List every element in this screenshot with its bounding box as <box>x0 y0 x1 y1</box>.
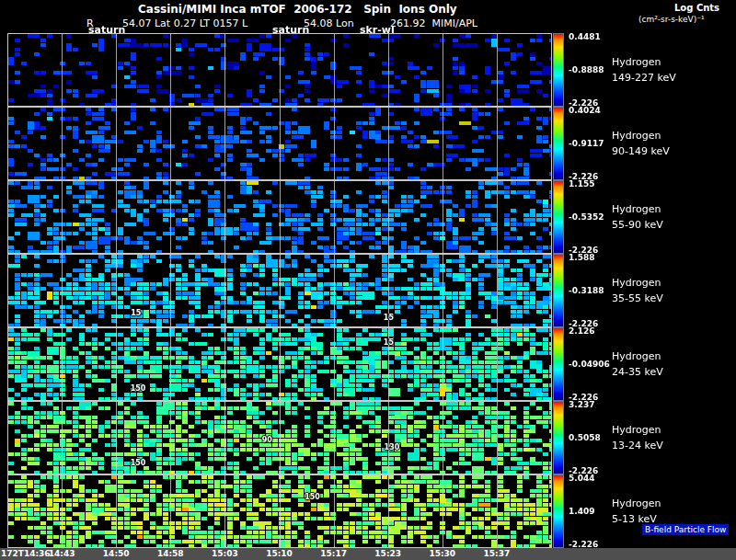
time-gridline <box>280 255 281 326</box>
time-gridline <box>116 108 117 179</box>
colorbar <box>553 474 564 548</box>
colorbar-tick-mid: -0.3188 <box>569 286 604 295</box>
spectrogram-plot-area <box>7 180 552 254</box>
time-gridline <box>388 475 389 547</box>
time-gridline <box>497 475 498 547</box>
colorbar-tick-mid: -0.04906 <box>569 360 610 369</box>
channel-species-label: Hydrogen <box>612 497 661 512</box>
contour-label: 15 <box>131 309 141 317</box>
spectrogram-panel-13-24keV: 3.2370.5058-2.226Hydrogen13-24 keV <box>7 401 729 474</box>
time-gridline <box>170 475 171 547</box>
time-gridline <box>334 34 335 106</box>
time-gridline <box>224 108 225 179</box>
colorbar <box>553 180 564 254</box>
colorbar-tick-max: 0.4481 <box>569 32 601 41</box>
channel-species-label: Hydrogen <box>612 55 676 71</box>
time-gridline <box>62 475 63 547</box>
time-axis: 172T14:3614:4314:5014:5815:0315:1015:171… <box>0 548 736 560</box>
colorbar <box>553 33 564 107</box>
time-gridline <box>224 402 225 474</box>
time-tick-label: 15:30 <box>429 549 455 558</box>
spectrogram-plot-area <box>7 474 552 548</box>
spectrogram-plot-area <box>7 33 552 107</box>
time-tick-label: 15:37 <box>484 549 511 558</box>
time-gridline <box>443 475 443 547</box>
time-gridline <box>280 34 281 106</box>
time-tick-label: 15:17 <box>320 549 347 558</box>
colorbar-tick-max: 3.237 <box>569 400 594 409</box>
time-gridline <box>116 402 117 474</box>
time-gridline <box>334 255 335 326</box>
spectrogram-plot-area <box>7 327 552 401</box>
time-gridline <box>116 34 117 106</box>
time-gridline <box>497 34 498 106</box>
colorbar <box>553 107 564 180</box>
time-gridline <box>116 328 117 400</box>
colorbar-tick-mid: -0.8888 <box>569 65 604 74</box>
time-gridline <box>388 181 389 253</box>
time-gridline <box>224 255 225 326</box>
channel-energy-label: 24-35 keV <box>612 364 663 380</box>
time-gridline <box>116 475 117 547</box>
contour-label: 150 <box>131 383 146 392</box>
time-gridline <box>116 255 117 326</box>
channel-energy-label: 35-55 keV <box>612 291 663 306</box>
spectrogram-plot-area <box>7 401 552 474</box>
time-gridline <box>224 328 225 400</box>
colorbar <box>553 327 564 401</box>
ephemeris-lon-label: 54.08 Lon <box>304 17 354 29</box>
time-gridline <box>334 475 335 547</box>
time-gridline <box>334 181 335 253</box>
channel-species-label: Hydrogen <box>612 423 663 439</box>
contour-label: 15 <box>384 338 394 347</box>
time-gridline <box>280 181 281 253</box>
colorbar-tick-max: 2.126 <box>569 326 594 336</box>
spectrogram-panel-55-90keV: 1.155-0.5352-2.226Hydrogen55-90 keV <box>7 180 729 254</box>
time-gridline <box>62 255 63 326</box>
time-gridline <box>334 328 335 400</box>
time-gridline <box>443 108 443 179</box>
channel-species-label: Hydrogen <box>612 276 663 291</box>
colorbar-tick-mid: -0.9117 <box>569 139 604 148</box>
channel-label: Hydrogen13-24 keV <box>612 423 663 453</box>
time-tick-label: 14:50 <box>103 549 130 558</box>
time-gridline <box>170 402 171 474</box>
time-tick-label: 14:58 <box>157 549 184 558</box>
time-gridline <box>334 402 335 474</box>
spectrogram-panel-24-35keV: 2.126-0.04906-2.226Hydrogen24-35 keV <box>7 327 729 401</box>
time-gridline <box>170 328 171 400</box>
channel-species-label: Hydrogen <box>612 349 663 365</box>
channel-energy-label: 55-90 keV <box>612 217 663 233</box>
time-gridline <box>280 108 281 179</box>
contour-label: 150 <box>305 493 320 501</box>
time-gridline <box>170 108 171 179</box>
time-gridline <box>388 402 389 474</box>
channel-label: Hydrogen24-35 keV <box>612 349 663 380</box>
contour-label: 15 <box>384 313 394 321</box>
time-gridline <box>388 34 389 106</box>
time-gridline <box>62 328 63 400</box>
channel-label: Hydrogen55-90 keV <box>612 202 663 233</box>
channel-label: Hydrogen149-227 keV <box>612 55 676 86</box>
contour-label: 90 <box>262 436 272 444</box>
event-label-skr-wl: skr-wl <box>360 24 395 36</box>
time-gridline <box>443 255 443 326</box>
channel-energy-label: 90-149 keV <box>612 143 670 159</box>
time-gridline <box>280 475 281 547</box>
channel-species-label: Hydrogen <box>612 202 663 218</box>
colorbar-tick-max: 0.4024 <box>569 106 601 115</box>
time-gridline <box>443 328 443 400</box>
channel-label: Hydrogen5-13 keV <box>612 497 661 527</box>
time-gridline <box>62 34 63 106</box>
time-tick-label: 14:43 <box>49 549 75 558</box>
channel-species-label: Hydrogen <box>612 129 670 144</box>
time-gridline <box>170 34 171 106</box>
contour-label: 130 <box>385 443 400 451</box>
time-gridline <box>497 328 498 400</box>
colorbar-tick-mid: 0.5058 <box>569 433 601 442</box>
time-gridline <box>497 402 498 474</box>
time-tick-label: 15:03 <box>212 549 238 558</box>
time-gridline <box>497 108 498 179</box>
channel-label: Hydrogen35-55 keV <box>612 276 663 306</box>
time-tick-label: 15:10 <box>266 549 293 558</box>
